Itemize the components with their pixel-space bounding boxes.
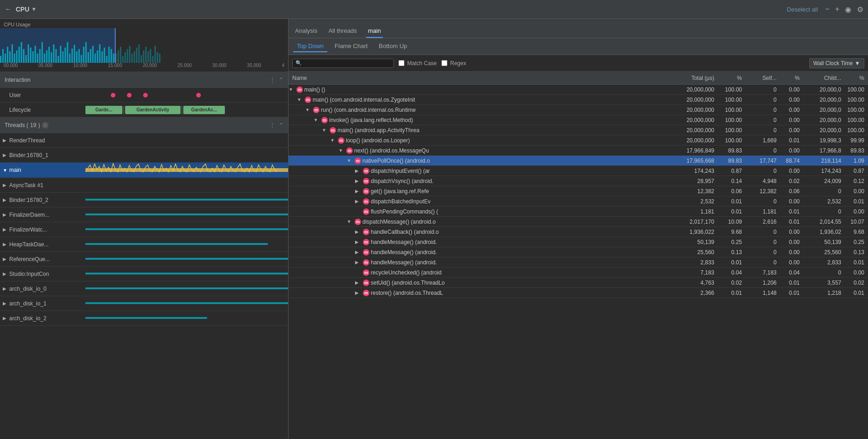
row-expand-btn-0[interactable]: ▼ <box>289 87 295 92</box>
row-expand-btn-11[interactable]: ▶ <box>355 199 362 204</box>
tree-row-14[interactable]: ▶ m handleCallback() (android.o 1,936,02… <box>289 227 868 237</box>
row-expand-btn-1[interactable]: ▼ <box>297 97 303 102</box>
row-total-6: 17,966,849 <box>672 147 718 154</box>
row-expand-btn-2[interactable]: ▼ <box>305 107 312 112</box>
subtab-bottom-up[interactable]: Bottom Up <box>375 41 410 52</box>
tree-row-1[interactable]: ▼ m main() (com.android.internal.os.Zygo… <box>289 95 868 105</box>
thread-item-heaptaskdae[interactable]: ▶ HeapTaskDae... <box>0 237 288 252</box>
tree-row-12[interactable]: m flushPendingCommands() ( 1,181 0.01 1,… <box>289 207 868 217</box>
plus-icon[interactable]: + <box>835 5 839 14</box>
thread-finalizerdaem-expand[interactable]: ▶ <box>0 212 9 217</box>
minus-icon[interactable]: − <box>825 5 829 14</box>
thread-archdisk2-bar <box>85 311 288 326</box>
cpu-dropdown-arrow[interactable]: ▼ <box>31 6 37 12</box>
row-expand-btn-10[interactable]: ▶ <box>355 189 362 194</box>
thread-studioinputcon-expand[interactable]: ▶ <box>0 271 9 276</box>
refresh-icon[interactable]: ◉ <box>845 5 851 14</box>
tree-row-4[interactable]: ▼ m main() (android.app.ActivityThrea 20… <box>289 125 868 135</box>
thread-item-archdisk2[interactable]: ▶ arch_disk_io_2 <box>0 311 288 326</box>
tree-row-20[interactable]: ▶ m restore() (android.os.ThreadL 2,366 … <box>289 288 868 298</box>
tree-row-0[interactable]: ▼ m main() () 20,000,000 100.00 0 0.00 2… <box>289 85 868 95</box>
interaction-collapse-icon[interactable]: ⌃ <box>279 77 283 83</box>
tree-row-2[interactable]: ▼ m run() (com.android.internal.os.Runti… <box>289 105 868 115</box>
tree-row-17[interactable]: ▶ m handleMessage() (android. 2,833 0.01… <box>289 257 868 268</box>
row-expand-btn-18[interactable] <box>355 270 362 275</box>
thread-referenceque-expand[interactable]: ▶ <box>0 256 9 262</box>
thread-renderthread-expand[interactable]: ▶ <box>0 138 9 143</box>
tree-row-8[interactable]: ▶ m dispatchInputEvent() (ar 174,243 0.8… <box>289 166 868 176</box>
thread-archdisk0-expand[interactable]: ▶ <box>0 286 9 291</box>
thread-item-asynctask[interactable]: ▶ AsyncTask #1 <box>0 178 288 193</box>
tree-row-6[interactable]: ▼ m next() (android.os.MessageQu 17,966,… <box>289 146 868 156</box>
thread-item-finalizerdaem[interactable]: ▶ FinalizerDaem... <box>0 207 288 222</box>
row-expand-btn-7[interactable]: ▼ <box>347 158 353 163</box>
row-expand-btn-13[interactable]: ▼ <box>347 219 353 224</box>
tree-row-16[interactable]: ▶ m handleMessage() (android. 25,560 0.1… <box>289 247 868 257</box>
row-expand-btn-16[interactable]: ▶ <box>355 250 362 255</box>
interaction-menu-icon[interactable]: ⋮ <box>270 77 275 83</box>
row-expand-btn-3[interactable]: ▼ <box>313 117 320 122</box>
settings-icon[interactable]: ⚙ <box>857 5 863 14</box>
thread-main-expand[interactable]: ▼ <box>0 168 9 173</box>
tab-analysis[interactable]: Analysis <box>293 24 319 38</box>
tree-row-15[interactable]: ▶ m handleMessage() (android. 50,139 0.2… <box>289 237 868 247</box>
cpu-usage-area: CPU Usage <box>0 19 288 72</box>
thread-binder2-expand[interactable]: ▶ <box>0 197 9 202</box>
method-icon-17: m <box>363 259 369 266</box>
tree-row-19[interactable]: ▶ m setUid() (android.os.ThreadLo 4,763 … <box>289 278 868 288</box>
tab-all-threads[interactable]: All threads <box>326 24 358 38</box>
row-expand-btn-19[interactable]: ▶ <box>355 280 362 285</box>
tree-row-11[interactable]: ▶ m dispatchBatchedInputEv 2,532 0.01 0 … <box>289 196 868 207</box>
tree-row-9[interactable]: ▶ m dispatchVsync() (android. 28,957 0.1… <box>289 176 868 186</box>
tree-row-13[interactable]: ▼ m dispatchMessage() (android.o 2,017,1… <box>289 217 868 227</box>
search-input-wrap[interactable]: 🔍 <box>292 59 394 68</box>
thread-item-finalizerwatc[interactable]: ▶ FinalizerWatc... <box>0 222 288 237</box>
row-expand-btn-6[interactable]: ▼ <box>338 148 345 153</box>
row-expand-btn-12[interactable] <box>355 209 362 214</box>
thread-archdisk1-expand[interactable]: ▶ <box>0 301 9 306</box>
thread-item-renderthread[interactable]: ▶ RenderThread <box>0 133 288 148</box>
row-expand-btn-14[interactable]: ▶ <box>355 229 362 234</box>
thread-item-archdisk0[interactable]: ▶ arch_disk_io_0 <box>0 281 288 296</box>
row-pct-19: 0.02 <box>718 280 746 286</box>
thread-asynctask-expand[interactable]: ▶ <box>0 183 9 188</box>
thread-heaptaskdae-expand[interactable]: ▶ <box>0 242 9 247</box>
thread-item-binder2[interactable]: ▶ Binder:16780_2 <box>0 193 288 207</box>
row-pct-11: 0.01 <box>718 198 746 205</box>
row-expand-btn-5[interactable]: ▼ <box>330 138 337 143</box>
main-thread-minibar <box>85 163 288 177</box>
thread-item-studioinputcon[interactable]: ▶ Studio:InputCon <box>0 267 288 281</box>
tree-row-3[interactable]: ▼ m invoke() (java.lang.reflect.Method) … <box>289 115 868 125</box>
tree-row-18[interactable]: m recycleUnchecked() (android 7,183 0.04… <box>289 268 868 278</box>
tree-row-7[interactable]: ▼ m nativePollOnce() (android.o 17,965,6… <box>289 156 868 166</box>
regex-checkbox[interactable] <box>441 60 447 66</box>
row-pct2-6: 0.00 <box>780 147 803 154</box>
row-expand-btn-9[interactable]: ▶ <box>355 178 362 183</box>
search-input[interactable] <box>302 60 385 67</box>
row-expand-btn-8[interactable]: ▶ <box>355 168 362 173</box>
back-button[interactable]: ← <box>5 5 12 13</box>
subtab-flame-chart[interactable]: Flame Chart <box>331 41 372 52</box>
thread-archdisk2-expand[interactable]: ▶ <box>0 316 9 321</box>
wall-clock-dropdown[interactable]: Wall Clock Time ▼ <box>809 58 864 68</box>
tree-row-10[interactable]: ▶ m get() (java.lang.ref.Refe 12,382 0.0… <box>289 186 868 196</box>
thread-item-archdisk1[interactable]: ▶ arch_disk_io_1 <box>0 296 288 311</box>
deselect-all-button[interactable]: Deselect all <box>787 6 818 13</box>
row-expand-btn-17[interactable]: ▶ <box>355 260 362 265</box>
subtab-top-down[interactable]: Top Down <box>293 41 327 52</box>
thread-item-referenceque[interactable]: ▶ ReferenceQue... <box>0 252 288 267</box>
row-expand-btn-20[interactable]: ▶ <box>355 290 362 295</box>
row-expand-btn-15[interactable]: ▶ <box>355 239 362 244</box>
thread-item-main[interactable]: ▼ main <box>0 163 288 178</box>
thread-finalizerwatc-expand[interactable]: ▶ <box>0 227 9 232</box>
thread-item-binder1[interactable]: ▶ Binder:16780_1 <box>0 148 288 163</box>
threads-collapse-icon[interactable]: ⌃ <box>279 122 283 128</box>
tab-main[interactable]: main <box>366 24 383 38</box>
threads-menu-icon[interactable]: ⋮ <box>270 122 275 128</box>
thread-binder1-expand[interactable]: ▶ <box>0 152 9 158</box>
thread-studioinputcon-header: ▶ Studio:InputCon <box>0 267 288 281</box>
lifecycle-block-1: Garde... <box>85 106 122 114</box>
tree-row-5[interactable]: ▼ m loop() (android.os.Looper) 20,000,00… <box>289 135 868 146</box>
match-case-checkbox[interactable] <box>398 60 404 66</box>
row-expand-btn-4[interactable]: ▼ <box>322 128 328 133</box>
